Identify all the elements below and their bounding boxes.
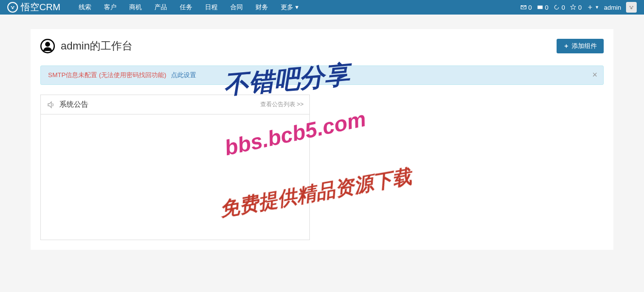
page-title-wrap: admin的工作台 — [40, 39, 133, 53]
nav-item-tasks[interactable]: 任务 — [173, 0, 199, 15]
card-icon — [537, 4, 543, 11]
svg-point-0 — [11, 6, 12, 7]
nav-refresh[interactable]: 0 — [553, 4, 565, 11]
widget-announcements: 系统公告 查看公告列表 >> — [40, 95, 310, 240]
alert-settings-link[interactable]: 点此设置 — [171, 71, 196, 80]
navbar: 悟空CRM 线索 客户 商机 产品 任务 日程 合同 财务 更多 ▾ 0 0 0… — [0, 0, 644, 15]
chevron-down-icon: ▼ — [595, 5, 599, 10]
nav-username[interactable]: admin — [604, 4, 621, 11]
alert-close-button[interactable]: × — [592, 70, 597, 80]
avatar[interactable] — [626, 2, 637, 13]
monkey-logo-icon — [7, 2, 18, 13]
main-container: admin的工作台 添加组件 SMTP信息未配置 (无法使用密码找回功能) 点此… — [31, 29, 613, 250]
nav-item-products[interactable]: 产品 — [148, 0, 173, 15]
svg-point-8 — [45, 42, 50, 47]
nav-item-opportunities[interactable]: 商机 — [123, 0, 148, 15]
nav-right: 0 0 0 0 ▼ admin — [520, 2, 637, 13]
nav-refresh-count: 0 — [561, 4, 565, 11]
nav-mail-count: 0 — [528, 4, 532, 11]
nav-contacts-count: 0 — [545, 4, 548, 11]
plus-icon — [563, 43, 569, 49]
monkey-avatar-icon — [627, 3, 635, 11]
nav-item-contracts[interactable]: 合同 — [224, 0, 249, 15]
close-icon: × — [592, 70, 597, 80]
widget-view-all-link[interactable]: 查看公告列表 >> — [260, 100, 304, 109]
nav-mail[interactable]: 0 — [520, 4, 532, 11]
nav-item-finance[interactable]: 财务 — [249, 0, 274, 15]
plus-icon — [587, 4, 593, 11]
svg-point-6 — [630, 7, 632, 9]
nav-contacts[interactable]: 0 — [537, 4, 548, 11]
nav-star[interactable]: 0 — [570, 4, 581, 11]
nav-plus[interactable]: ▼ — [587, 4, 599, 11]
add-widget-label: 添加组件 — [572, 42, 597, 50]
nav-item-leads[interactable]: 线索 — [72, 0, 98, 15]
svg-point-4 — [629, 6, 631, 7]
svg-point-5 — [632, 6, 633, 7]
envelope-icon — [520, 4, 527, 11]
nav-item-customers[interactable]: 客户 — [98, 0, 123, 15]
nav-item-schedule[interactable]: 日程 — [199, 0, 224, 15]
refresh-icon — [553, 4, 560, 11]
alert-text: SMTP信息未配置 (无法使用密码找回功能) — [48, 71, 166, 80]
brand-name: 悟空CRM — [21, 1, 60, 14]
nav-star-count: 0 — [578, 4, 581, 11]
user-icon — [40, 39, 55, 53]
alert-smtp: SMTP信息未配置 (无法使用密码找回功能) 点此设置 × — [40, 65, 604, 85]
add-widget-button[interactable]: 添加组件 — [557, 39, 604, 53]
widget-body — [41, 114, 309, 129]
widget-title: 系统公告 — [59, 100, 88, 109]
nav-menu: 线索 客户 商机 产品 任务 日程 合同 财务 更多 ▾ — [72, 0, 520, 15]
star-icon — [570, 4, 576, 11]
page-header: admin的工作台 添加组件 — [40, 39, 604, 53]
volume-icon — [47, 100, 55, 109]
page-title: admin的工作台 — [61, 39, 133, 53]
svg-point-1 — [13, 6, 14, 7]
svg-point-2 — [12, 7, 14, 9]
nav-item-more[interactable]: 更多 ▾ — [274, 0, 305, 15]
svg-rect-3 — [538, 6, 543, 9]
widget-title-wrap: 系统公告 — [47, 100, 88, 109]
widget-header: 系统公告 查看公告列表 >> — [41, 95, 309, 114]
brand[interactable]: 悟空CRM — [7, 1, 60, 14]
